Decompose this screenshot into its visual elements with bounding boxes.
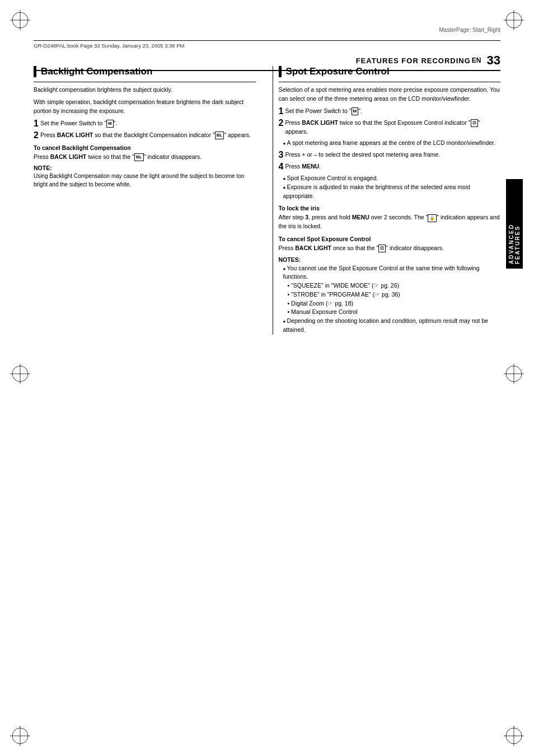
bl-cancel-icon: BL xyxy=(134,153,144,161)
advanced-features-sidebar: ADVANCED FEATURES xyxy=(506,179,523,269)
step2-number: 2 xyxy=(34,131,39,140)
notes-sub-bullets: "SQUEEZE" in "WIDE MODE" (☞ pg. 26) "STR… xyxy=(279,281,501,317)
spot-step3: 3 Press + or – to select the desired spo… xyxy=(279,151,501,159)
sec-cancel-icon: ⊡ xyxy=(378,245,386,252)
notes-bullet2: Depending on the shooting location and c… xyxy=(283,317,501,335)
note-heading: NOTE: xyxy=(34,165,256,171)
reg-mark-mid-left xyxy=(10,364,30,384)
reg-mark-top-left xyxy=(10,10,30,30)
cancel-backlight-heading: To cancel Backlight Compensation xyxy=(34,144,256,151)
backlight-intro1: Backlight compensation brightens the sub… xyxy=(34,86,256,95)
backlight-intro2: With simple operation, backlight compens… xyxy=(34,98,256,116)
step2-bold: BACK LIGHT xyxy=(57,132,93,138)
right-section-divider xyxy=(279,82,501,82)
notes-bullet-list: You cannot use the Spot Exposure Control… xyxy=(279,264,501,282)
notes-sub-bullet1: "SQUEEZE" in "WIDE MODE" (☞ pg. 26) xyxy=(288,281,501,290)
spot-power-icon: M xyxy=(352,107,359,115)
reg-mark-mid-right xyxy=(504,364,524,384)
spot-step4-number: 4 xyxy=(279,162,284,171)
reg-mark-bottom-right xyxy=(504,726,524,746)
reg-mark-bottom-left xyxy=(10,726,30,746)
step1-text: Set the Power Switch to "M". xyxy=(40,119,256,128)
left-column: Backlight Compensation Backlight compens… xyxy=(34,66,261,335)
step1-number: 1 xyxy=(34,119,39,128)
section-title: FEATURES FOR RECORDING xyxy=(356,57,471,65)
cancel-spot-text: Press BACK LIGHT once so that the "⊡" in… xyxy=(279,244,501,253)
spot-step3-number: 3 xyxy=(279,151,284,159)
spot-step2-number: 2 xyxy=(279,119,284,128)
content-area: Backlight Compensation Backlight compens… xyxy=(34,66,500,335)
cancel-spot-bold: BACK LIGHT xyxy=(295,245,331,251)
spot-step2: 2 Press BACK LIGHT twice so that the Spo… xyxy=(279,119,501,137)
spot-step1: 1 Set the Power Switch to "M". xyxy=(279,107,501,116)
page-container: MasterPage: Start_Right GR-D248PAL.book … xyxy=(0,0,534,756)
left-section-divider xyxy=(34,82,256,82)
notes-heading: NOTES: xyxy=(279,256,501,263)
note-text: Using Backlight Compensation may cause t… xyxy=(34,172,256,189)
sec-icon: ⊡ xyxy=(471,119,478,127)
bl-icon: BL xyxy=(215,132,224,139)
power-icon-m: M xyxy=(106,120,114,128)
lock-iris-text: After step 3, press and hold MENU over 2… xyxy=(279,213,501,231)
spot-step2-bold: BACK LIGHT xyxy=(302,119,338,126)
spot-step4-bold: MENU xyxy=(302,163,319,170)
cancel-spot-heading: To cancel Spot Exposure Control xyxy=(279,236,501,242)
spot-bullet2: Spot Exposure Control is engaged. xyxy=(283,174,501,183)
spot-section-title: Spot Exposure Control xyxy=(279,66,501,77)
spot-step1-text: Set the Power Switch to "M". xyxy=(285,107,500,116)
step2-text: Press BACK LIGHT so that the Backlight C… xyxy=(40,131,256,140)
notes-sub-bullet2: "STROBE" in "PROGRAM AE" (☞ pg. 36) xyxy=(288,290,501,299)
notes-sub-bullet4: Manual Exposure Control xyxy=(288,308,501,317)
master-page-label: MasterPage: Start_Right xyxy=(439,27,501,33)
page-lang: EN xyxy=(472,57,481,64)
notes-sub-bullet3: Digital Zoom (☞ pg. 18) xyxy=(288,299,501,308)
file-info-bar: GR-D248PAL.book Page 33 Sunday, January … xyxy=(34,40,500,49)
iris-icon: 🔒 xyxy=(428,214,437,222)
spot-step1-number: 1 xyxy=(279,107,284,116)
backlight-step1: 1 Set the Power Switch to "M". xyxy=(34,119,256,128)
lock-iris-heading: To lock the iris xyxy=(279,205,501,212)
cancel-bl-bold: BACK LIGHT xyxy=(50,153,87,160)
right-column: Spot Exposure Control Selection of a spo… xyxy=(273,66,501,335)
spot-bullet-list-2: Spot Exposure Control is engaged. Exposu… xyxy=(279,174,501,200)
spot-step4: 4 Press MENU. xyxy=(279,162,501,171)
notes-bullet-list-2: Depending on the shooting location and c… xyxy=(279,317,501,335)
spot-bullet3: Exposure is adjusted to make the brightn… xyxy=(283,183,501,201)
spot-bullet1: A spot metering area frame appears at th… xyxy=(283,139,501,148)
spot-bullet-list-1: A spot metering area frame appears at th… xyxy=(279,139,501,148)
spot-step3-text: Press + or – to select the desired spot … xyxy=(285,151,500,159)
spot-intro: Selection of a spot metering area enable… xyxy=(279,86,501,104)
backlight-section-title: Backlight Compensation xyxy=(34,66,256,77)
spot-step2-text: Press BACK LIGHT twice so that the Spot … xyxy=(285,119,500,137)
reg-mark-top-right xyxy=(504,10,524,30)
spot-step4-text: Press MENU. xyxy=(285,162,500,171)
cancel-backlight-text: Press BACK LIGHT twice so that the "BL" … xyxy=(34,153,256,162)
notes-bullet1: You cannot use the Spot Exposure Control… xyxy=(283,264,501,282)
backlight-step2: 2 Press BACK LIGHT so that the Backlight… xyxy=(34,131,256,140)
